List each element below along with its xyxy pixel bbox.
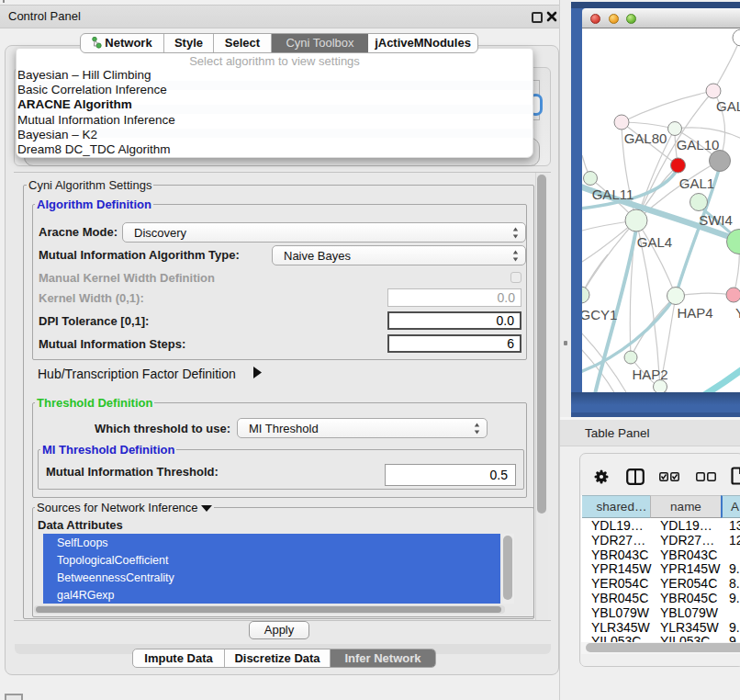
svg-text:GAL4: GAL4 [637, 234, 672, 250]
svg-text:GAL7: GAL7 [716, 98, 740, 114]
svg-text:YM: YM [735, 305, 740, 321]
svg-text:GAL1: GAL1 [679, 175, 714, 191]
svg-text:HAP4: HAP4 [677, 305, 712, 321]
svg-text:GAL11: GAL11 [592, 186, 634, 202]
svg-text:GAL80: GAL80 [624, 130, 667, 146]
svg-text:GAL10: GAL10 [677, 137, 720, 152]
svg-text:HAP2: HAP2 [632, 367, 667, 382]
svg-text:SWI4: SWI4 [699, 212, 733, 228]
svg-text:GCY1: GCY1 [582, 307, 617, 322]
